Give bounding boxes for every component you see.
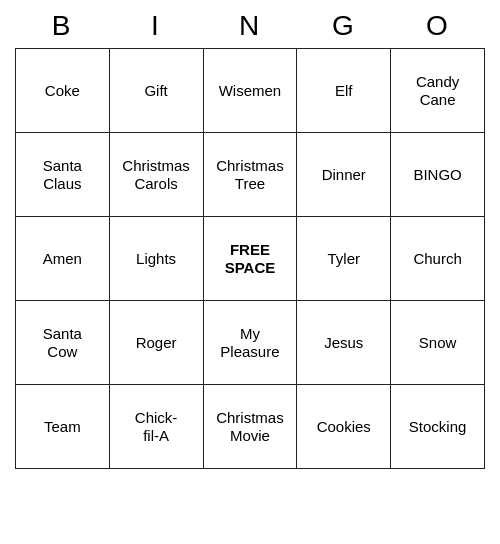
bingo-cell: MyPleasure — [203, 301, 297, 385]
bingo-cell: BINGO — [391, 133, 485, 217]
bingo-cell: ChristmasCarols — [109, 133, 203, 217]
bingo-cell: Lights — [109, 217, 203, 301]
header-letter: B — [18, 10, 106, 42]
header-letter: I — [112, 10, 200, 42]
bingo-cell: Coke — [16, 49, 110, 133]
bingo-cell: ChristmasMovie — [203, 385, 297, 469]
bingo-cell: Wisemen — [203, 49, 297, 133]
bingo-cell: Jesus — [297, 301, 391, 385]
bingo-cell: Roger — [109, 301, 203, 385]
bingo-cell: CandyCane — [391, 49, 485, 133]
bingo-cell: Gift — [109, 49, 203, 133]
header-letter: O — [394, 10, 482, 42]
bingo-cell: Dinner — [297, 133, 391, 217]
bingo-grid: CokeGiftWisemenElfCandyCaneSantaClausChr… — [15, 48, 485, 469]
bingo-cell: Elf — [297, 49, 391, 133]
bingo-header: BINGO — [15, 0, 485, 48]
bingo-cell: FREESPACE — [203, 217, 297, 301]
bingo-cell: Stocking — [391, 385, 485, 469]
bingo-cell: SantaClaus — [16, 133, 110, 217]
bingo-cell: ChristmasTree — [203, 133, 297, 217]
bingo-cell: SantaCow — [16, 301, 110, 385]
header-letter: N — [206, 10, 294, 42]
bingo-cell: Team — [16, 385, 110, 469]
bingo-cell: Snow — [391, 301, 485, 385]
header-letter: G — [300, 10, 388, 42]
table-row: SantaClausChristmasCarolsChristmasTreeDi… — [16, 133, 485, 217]
bingo-cell: Tyler — [297, 217, 391, 301]
bingo-cell: Amen — [16, 217, 110, 301]
table-row: AmenLightsFREESPACETylerChurch — [16, 217, 485, 301]
table-row: TeamChick-fil-AChristmasMovieCookiesStoc… — [16, 385, 485, 469]
bingo-cell: Chick-fil-A — [109, 385, 203, 469]
bingo-cell: Cookies — [297, 385, 391, 469]
table-row: SantaCowRogerMyPleasureJesusSnow — [16, 301, 485, 385]
bingo-cell: Church — [391, 217, 485, 301]
table-row: CokeGiftWisemenElfCandyCane — [16, 49, 485, 133]
